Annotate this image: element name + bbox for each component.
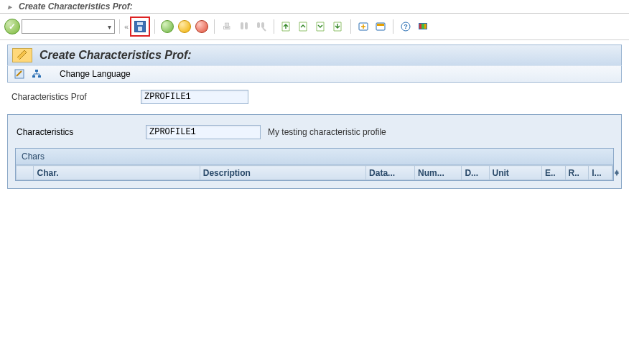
- find-button: [236, 19, 252, 34]
- first-page-button[interactable]: [279, 19, 294, 34]
- col-r-header[interactable]: R..: [565, 166, 589, 180]
- grid-title: Chars: [16, 149, 613, 165]
- col-unit-header[interactable]: Unit: [489, 166, 541, 180]
- layout-button[interactable]: [373, 19, 388, 34]
- find-next-button: [253, 19, 269, 34]
- characteristics-input[interactable]: [146, 125, 261, 139]
- title-bar: ▸ Create Characteristics Prof:: [0, 0, 629, 14]
- save-icon: [134, 21, 146, 32]
- col-e-header[interactable]: E..: [541, 166, 565, 180]
- save-highlight: [130, 17, 150, 37]
- col-num-header[interactable]: Num...: [415, 166, 462, 180]
- svg-rect-11: [419, 24, 421, 29]
- svg-rect-16: [32, 75, 35, 78]
- profile-label: Characteristics Prof: [11, 92, 134, 102]
- header-row: Char. Description Data... Num... D... Un…: [17, 166, 612, 180]
- svg-text:?: ?: [404, 23, 408, 30]
- back-button[interactable]: [159, 19, 175, 34]
- main-toolbar: ✓ « 🖶 ?: [0, 14, 629, 40]
- command-field[interactable]: [22, 19, 115, 34]
- col-char-header[interactable]: Char.: [34, 166, 200, 180]
- toolbar-separator: [214, 19, 215, 34]
- cancel-icon: [195, 20, 208, 33]
- enter-button[interactable]: ✓: [4, 19, 20, 34]
- prev-page-button[interactable]: [296, 19, 312, 34]
- print-button: 🖶: [219, 19, 235, 34]
- pencil-icon[interactable]: [14, 68, 25, 80]
- chars-table: Char. Description Data... Num... D... Un…: [16, 165, 612, 180]
- next-page-button[interactable]: [313, 19, 329, 34]
- panel-subtoolbar: Change Language: [7, 65, 622, 83]
- col-i-header[interactable]: I...: [589, 166, 612, 180]
- toolbar-separator: [350, 19, 351, 34]
- prev-arrows-icon[interactable]: «: [124, 22, 129, 31]
- characteristics-description: My testing characteristic profile: [268, 127, 386, 137]
- svg-rect-2: [257, 22, 260, 28]
- help-button[interactable]: ?: [398, 19, 414, 34]
- svg-rect-3: [261, 22, 264, 28]
- svg-rect-12: [421, 24, 424, 29]
- svg-rect-15: [35, 70, 38, 72]
- svg-rect-17: [38, 75, 41, 78]
- toolbar-separator: [119, 19, 120, 34]
- svg-rect-1: [245, 22, 248, 29]
- panel-header: Create Characteristics Prof:: [7, 45, 622, 65]
- characteristics-label: Characteristics: [17, 127, 139, 137]
- col-d-header[interactable]: D...: [462, 166, 489, 180]
- menu-dropdown-icon[interactable]: ▸: [4, 1, 14, 11]
- new-session-button[interactable]: [355, 19, 371, 34]
- content-panel: Create Characteristics Prof: Change Lang…: [0, 40, 629, 189]
- panel-header-icon[interactable]: [12, 48, 32, 62]
- col-data-header[interactable]: Data...: [366, 166, 415, 180]
- toolbar-separator: [154, 19, 155, 34]
- cancel-button[interactable]: [194, 19, 210, 34]
- toolbar-separator: [393, 19, 393, 34]
- back-icon: [161, 20, 174, 33]
- panel-title: Create Characteristics Prof:: [39, 49, 192, 62]
- exit-icon: [178, 20, 191, 33]
- svg-rect-0: [241, 22, 243, 29]
- change-language-link[interactable]: Change Language: [60, 69, 131, 79]
- hierarchy-icon[interactable]: [31, 68, 42, 80]
- svg-rect-13: [424, 24, 427, 29]
- chars-grid: Chars Char. Description: [15, 148, 614, 181]
- profile-row: Characteristics Prof: [7, 83, 622, 114]
- select-all-header[interactable]: [17, 166, 34, 180]
- toolbar-separator: [274, 19, 274, 34]
- save-button[interactable]: [132, 19, 148, 34]
- customize-button[interactable]: [415, 19, 431, 34]
- exit-button[interactable]: [177, 19, 192, 34]
- characteristics-row: Characteristics My testing characteristi…: [15, 122, 614, 148]
- window-title: Create Characteristics Prof:: [19, 1, 133, 11]
- svg-rect-6: [377, 24, 384, 26]
- col-desc-header[interactable]: Description: [200, 166, 365, 180]
- tab-char-page: Characteristics My testing characteristi…: [7, 115, 622, 189]
- last-page-button[interactable]: [330, 19, 346, 34]
- profile-input[interactable]: [141, 90, 248, 104]
- vertical-scrollbar[interactable]: ▲ ▼: [612, 165, 613, 180]
